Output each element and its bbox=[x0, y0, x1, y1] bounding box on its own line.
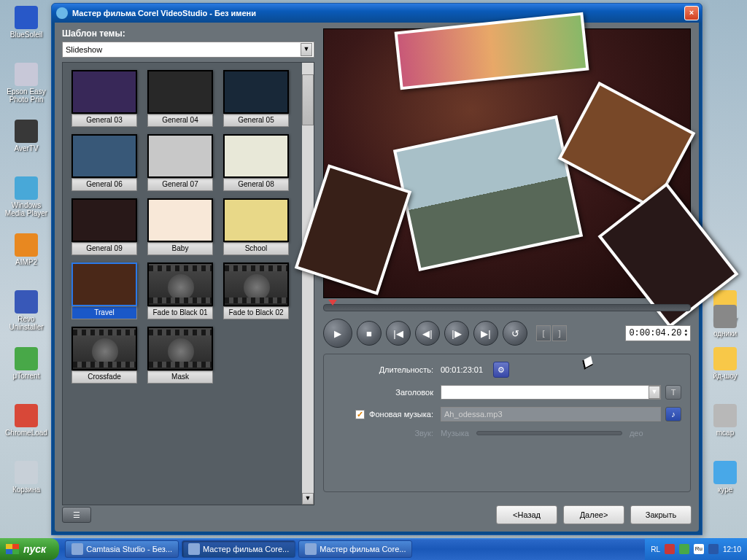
template-item[interactable]: General 03 bbox=[71, 70, 137, 127]
frame-back-button[interactable]: ◀| bbox=[415, 321, 440, 346]
app-icon bbox=[713, 305, 737, 328]
template-list: General 03General 04General 05General 06… bbox=[62, 62, 314, 505]
mark-in-button[interactable]: [ bbox=[536, 325, 551, 341]
template-thumbnail bbox=[223, 70, 289, 114]
desktop-icon[interactable]: μTorrent bbox=[4, 347, 48, 380]
app-icon bbox=[15, 290, 38, 314]
playhead-icon[interactable] bbox=[328, 300, 337, 306]
desktop-icon-label: одники bbox=[703, 330, 747, 338]
window-body: Шаблон темы: Slideshow ▼ General 03Gener… bbox=[55, 23, 699, 532]
template-thumbnail bbox=[71, 134, 137, 178]
desktop-icon[interactable]: ChromeLoad bbox=[4, 404, 48, 437]
template-thumbnail bbox=[71, 262, 137, 306]
tray-icon[interactable] bbox=[708, 544, 719, 554]
app-icon bbox=[15, 347, 38, 370]
desktop-icon[interactable]: AIMP2 bbox=[4, 233, 48, 266]
template-panel: Шаблон темы: Slideshow ▼ General 03Gener… bbox=[62, 28, 316, 505]
template-item[interactable]: Crossfade bbox=[71, 327, 137, 384]
tray-icon[interactable] bbox=[679, 544, 689, 554]
storyboard-icon[interactable]: ☰ bbox=[62, 507, 91, 523]
taskbar-button[interactable]: Camtasia Studio - Без... bbox=[65, 540, 179, 558]
desktop-icon[interactable]: BlueSoleil bbox=[4, 6, 48, 39]
desktop-icon[interactable]: Корзина bbox=[4, 461, 48, 494]
scrubber[interactable] bbox=[323, 301, 691, 314]
close-button[interactable]: × bbox=[684, 6, 699, 20]
scrollbar-thumb[interactable] bbox=[302, 74, 314, 125]
app-icon bbox=[713, 404, 737, 427]
template-thumbnail bbox=[147, 70, 213, 114]
chevron-down-icon[interactable]: ▼ bbox=[301, 43, 312, 56]
template-thumbnail bbox=[147, 327, 213, 370]
template-item[interactable]: General 04 bbox=[147, 70, 213, 127]
tray-icon[interactable] bbox=[665, 544, 675, 554]
next-button[interactable]: ▶| bbox=[473, 321, 498, 346]
scrub-track[interactable] bbox=[323, 304, 691, 311]
template-caption: Crossfade bbox=[71, 370, 137, 384]
template-item[interactable]: School bbox=[223, 198, 289, 255]
desktop-icon[interactable]: Windows Media Player bbox=[4, 176, 48, 217]
desktop-icon[interactable]: Epson Easy Photo Prin bbox=[4, 63, 48, 104]
titlebar[interactable]: Мастер фильма Corel VideoStudio - Без им… bbox=[52, 4, 702, 23]
back-button[interactable]: <Назад bbox=[496, 505, 557, 524]
template-thumbnail bbox=[147, 134, 213, 178]
desktop-icon[interactable]: Revo Uninstaller bbox=[4, 290, 48, 331]
template-item[interactable]: General 07 bbox=[147, 134, 213, 191]
desktop-icon[interactable]: AverTV bbox=[4, 120, 48, 152]
desktop-icon[interactable]: куре bbox=[703, 461, 747, 494]
template-thumbnail bbox=[223, 262, 289, 306]
close-button[interactable]: Закрыть bbox=[630, 505, 692, 524]
taskbar-button[interactable]: Мастер фильма Core... bbox=[298, 540, 412, 558]
template-thumbnail bbox=[223, 134, 289, 178]
taskbar: пуск Camtasia Studio - Без...Мастер филь… bbox=[0, 538, 747, 560]
sound-music-label: Музыка bbox=[441, 429, 469, 438]
next-button[interactable]: Далее> bbox=[563, 505, 624, 524]
desktop-icon[interactable]: йд-шоу bbox=[703, 347, 747, 380]
preview-image bbox=[324, 29, 690, 298]
template-item[interactable]: Baby bbox=[147, 198, 213, 255]
lang-indicator[interactable]: RL bbox=[651, 545, 660, 553]
mark-out-button[interactable]: ] bbox=[552, 325, 567, 341]
stop-button[interactable]: ■ bbox=[357, 321, 382, 346]
bgmusic-browse-button[interactable]: ♪ bbox=[665, 407, 681, 421]
template-category-select[interactable]: Slideshow ▼ bbox=[62, 42, 314, 58]
template-caption: General 06 bbox=[71, 178, 137, 191]
template-item[interactable]: Travel bbox=[71, 262, 137, 319]
template-label: Шаблон темы: bbox=[62, 28, 316, 39]
template-caption: Fade to Black 02 bbox=[223, 306, 289, 319]
template-item[interactable]: Mask bbox=[147, 327, 213, 384]
bgmusic-field[interactable]: Ah_odessa.mp3 bbox=[441, 407, 661, 421]
template-thumbnail bbox=[71, 70, 137, 114]
frame-forward-button[interactable]: |▶ bbox=[444, 321, 469, 346]
template-caption: School bbox=[223, 242, 289, 255]
title-edit-button[interactable]: T bbox=[665, 385, 681, 400]
app-icon bbox=[15, 233, 38, 257]
desktop-icon-label: куре bbox=[703, 486, 747, 494]
clock[interactable]: 12:10 bbox=[723, 545, 741, 553]
template-item[interactable]: General 08 bbox=[223, 134, 289, 191]
template-item[interactable]: Fade to Black 01 bbox=[147, 262, 213, 319]
template-item[interactable]: General 05 bbox=[223, 70, 289, 127]
timecode-display[interactable]: 0:00:04.20 ▲▼ bbox=[625, 325, 691, 341]
template-item[interactable]: Fade to Black 02 bbox=[223, 262, 289, 319]
scrollbar-track[interactable] bbox=[302, 63, 314, 505]
desktop-icon-label: AverTV bbox=[4, 144, 48, 152]
bgmusic-checkbox[interactable]: ✓ bbox=[355, 410, 365, 419]
play-button[interactable]: ▶ bbox=[323, 319, 352, 348]
repeat-button[interactable]: ↺ bbox=[503, 321, 527, 346]
timecode-stepper[interactable]: ▲▼ bbox=[684, 329, 687, 338]
desktop-icon-label: BlueSoleil bbox=[4, 31, 48, 39]
title-select[interactable]: ▼ bbox=[441, 385, 661, 400]
settings-icon[interactable]: ⚙ bbox=[493, 362, 509, 378]
desktop-icon[interactable]: одники bbox=[703, 305, 747, 338]
chevron-down-icon[interactable]: ▼ bbox=[649, 386, 660, 399]
duration-value: 00:01:23:01 bbox=[441, 365, 483, 374]
template-thumbnail bbox=[147, 262, 213, 306]
start-button[interactable]: пуск bbox=[0, 538, 59, 560]
template-item[interactable]: General 09 bbox=[71, 198, 137, 255]
app-icon bbox=[188, 543, 200, 555]
lang-indicator-2[interactable]: Ru bbox=[694, 544, 704, 554]
taskbar-button[interactable]: Мастер фильма Core... bbox=[182, 540, 295, 558]
desktop-icon[interactable]: mcap bbox=[703, 404, 747, 437]
prev-button[interactable]: |◀ bbox=[386, 321, 411, 346]
template-item[interactable]: General 06 bbox=[71, 134, 137, 191]
